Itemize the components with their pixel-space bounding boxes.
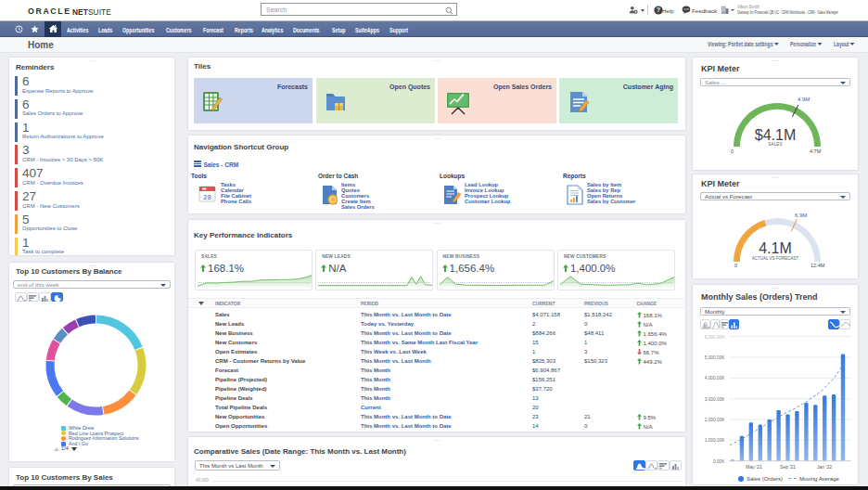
svg-text:1,000.00K: 1,000.00K — [705, 438, 726, 443]
svg-text:Sep '21: Sep '21 — [780, 464, 796, 470]
svg-text:?: ? — [657, 6, 660, 13]
svg-text:Jan '22: Jan '22 — [817, 464, 832, 470]
svg-text:2,000.00K: 2,000.00K — [705, 418, 726, 422]
svg-text:5,000.00K: 5,000.00K — [705, 355, 726, 360]
svg-text:3,000.00K: 3,000.00K — [705, 397, 726, 402]
svg-text:May '21: May '21 — [746, 464, 762, 470]
svg-text:4,000.00K: 4,000.00K — [705, 376, 726, 380]
svg-text:0.00K: 0.00K — [713, 459, 725, 464]
svg-text:28: 28 — [203, 193, 211, 201]
svg-text:6,000.00K: 6,000.00K — [705, 335, 726, 340]
